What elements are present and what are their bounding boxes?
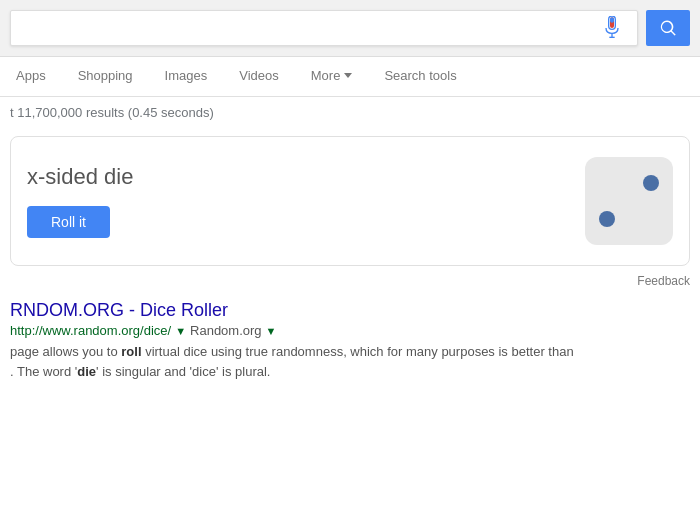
nav-tabs: Apps Shopping Images Videos More Search …	[0, 57, 700, 97]
dice-card: x-sided die Roll it	[10, 136, 690, 266]
dice-title: x-sided die	[27, 164, 565, 190]
result-domain-arrow-icon: ▼	[266, 325, 277, 337]
feedback-row: Feedback	[0, 270, 700, 292]
tab-apps[interactable]: Apps	[0, 57, 62, 96]
dice-card-left: x-sided die Roll it	[27, 164, 565, 238]
search-button[interactable]	[646, 10, 690, 46]
snippet-text-2: virtual dice using true randomness, whic…	[142, 344, 574, 359]
results-count: t 11,700,000 results (0.45 seconds)	[0, 97, 700, 128]
feedback-label: Feedback	[637, 274, 690, 288]
search-input[interactable]: a die	[19, 19, 603, 37]
result-domain: Random.org	[190, 323, 262, 338]
dice-visual	[585, 157, 673, 245]
search-input-wrapper: a die	[10, 10, 638, 46]
search-bar-area: a die	[0, 0, 700, 57]
snippet-text-1: page allows you to	[10, 344, 121, 359]
chevron-down-icon	[344, 73, 352, 78]
snippet-text-4: ' is singular and 'dice' is plural.	[96, 364, 270, 379]
result-title: RNDOM.ORG - Dice Roller	[10, 300, 690, 321]
result-snippet: page allows you to roll virtual dice usi…	[10, 342, 690, 381]
tab-more[interactable]: More	[295, 57, 369, 96]
result-url-arrow-icon: ▼	[175, 325, 186, 337]
svg-rect-2	[610, 17, 614, 22]
result-url: http://www.random.org/dice/	[10, 323, 171, 338]
mic-icon[interactable]	[603, 16, 621, 40]
tab-shopping[interactable]: Shopping	[62, 57, 149, 96]
content-area: x-sided die Roll it	[0, 128, 700, 270]
snippet-bold-roll: roll	[121, 344, 141, 359]
dice-dot-2	[599, 211, 615, 227]
dice-dot-1	[643, 175, 659, 191]
snippet-bold-die: die	[77, 364, 96, 379]
tab-search-tools[interactable]: Search tools	[368, 57, 472, 96]
roll-it-button[interactable]: Roll it	[27, 206, 110, 238]
tab-videos[interactable]: Videos	[223, 57, 295, 96]
search-result: RNDOM.ORG - Dice Roller http://www.rando…	[0, 292, 700, 381]
result-url-row: http://www.random.org/dice/ ▼ Random.org…	[10, 323, 690, 338]
result-title-link[interactable]: RNDOM.ORG - Dice Roller	[10, 300, 228, 320]
tab-images[interactable]: Images	[149, 57, 224, 96]
snippet-text-3: . The word '	[10, 364, 77, 379]
